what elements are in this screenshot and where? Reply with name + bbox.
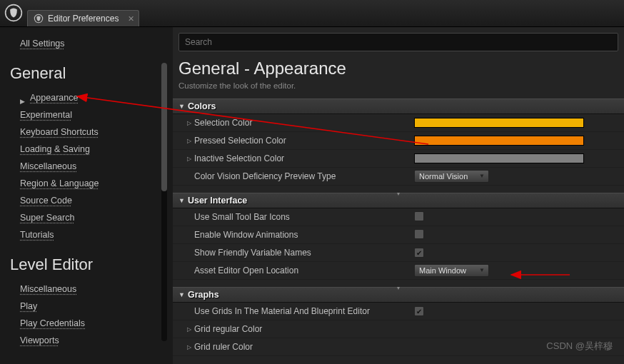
- category-header-content-editors: Content Editors: [10, 361, 173, 364]
- titlebar: Editor Preferences ✕: [0, 0, 624, 27]
- prop-label: Selection Color: [194, 118, 414, 128]
- expand-more-icon[interactable]: ▾: [173, 280, 624, 287]
- unreal-logo-icon: [34, 14, 44, 24]
- cvd-dropdown[interactable]: Normal Vision: [414, 170, 489, 183]
- chevron-down-icon: ▼: [178, 291, 185, 298]
- open-location-dropdown[interactable]: Main Window: [414, 264, 489, 277]
- chevron-right-icon[interactable]: ▷: [187, 326, 194, 333]
- color-swatch[interactable]: [414, 153, 584, 163]
- prop-label: Asset Editor Open Location: [194, 266, 414, 275]
- checkbox[interactable]: ✔: [414, 306, 424, 316]
- sidebar-item-loading-saving[interactable]: Loading & Saving: [20, 144, 173, 154]
- tab-editor-preferences[interactable]: Editor Preferences ✕: [27, 10, 139, 26]
- sidebar-item-miscellaneous[interactable]: Miscellaneous: [20, 161, 173, 171]
- sidebar-all-settings[interactable]: All Settings: [20, 39, 173, 49]
- sidebar-item-source-code[interactable]: Source Code: [20, 196, 173, 206]
- page-title: General - Appearance: [173, 59, 624, 81]
- section-header-colors[interactable]: ▼ Colors: [173, 98, 624, 114]
- chevron-down-icon: ▼: [178, 197, 185, 204]
- chevron-down-icon: ▼: [178, 103, 185, 110]
- color-swatch[interactable]: [414, 136, 584, 146]
- page-subtitle: Customize the look of the editor.: [173, 81, 624, 98]
- sidebar-item-super-search[interactable]: Super Search: [20, 213, 173, 223]
- search-input[interactable]: [178, 33, 618, 51]
- chevron-right-icon[interactable]: ▷: [187, 138, 194, 144]
- sidebar-item-appearance[interactable]: Appearance: [30, 93, 78, 103]
- prop-label: Grid ruler Color: [194, 342, 414, 352]
- checkbox[interactable]: [414, 211, 424, 221]
- chevron-right-icon[interactable]: ▶: [20, 98, 27, 105]
- expand-more-icon[interactable]: ▾: [173, 186, 624, 193]
- sidebar-item-play-credentials[interactable]: Play Credentials: [20, 318, 173, 328]
- category-header-general: General: [10, 64, 173, 83]
- checkbox[interactable]: [414, 229, 424, 239]
- close-icon[interactable]: ✕: [128, 14, 134, 24]
- prop-label: Enable Window Animations: [194, 230, 414, 240]
- prop-label: Color Vision Deficiency Preview Type: [194, 171, 414, 181]
- sidebar-item-experimental[interactable]: Experimental: [20, 110, 173, 120]
- sidebar: All Settings General ▶Appearance Experim…: [0, 27, 173, 364]
- prop-label: Pressed Selection Color: [194, 136, 414, 146]
- checkbox[interactable]: ✔: [414, 248, 424, 258]
- tab-label: Editor Preferences: [48, 14, 119, 24]
- prop-label: Use Small Tool Bar Icons: [194, 212, 414, 222]
- sidebar-scrollbar[interactable]: [161, 63, 167, 341]
- sidebar-item-tutorials[interactable]: Tutorials: [20, 230, 173, 240]
- unreal-logo-icon: [4, 4, 23, 22]
- sidebar-item-viewports[interactable]: Viewports: [20, 335, 173, 345]
- prop-label: Inactive Selection Color: [194, 153, 414, 163]
- chevron-right-icon[interactable]: ▷: [187, 156, 194, 162]
- prop-label: Grid regular Color: [194, 324, 414, 334]
- chevron-right-icon[interactable]: ▷: [187, 120, 194, 126]
- color-swatch[interactable]: [414, 118, 584, 128]
- sidebar-item-region-language[interactable]: Region & Language: [20, 178, 173, 188]
- sidebar-item-keyboard-shortcuts[interactable]: Keyboard Shortcuts: [20, 127, 173, 137]
- sidebar-item-play[interactable]: Play: [20, 301, 173, 311]
- chevron-right-icon[interactable]: ▷: [187, 344, 194, 350]
- content-panel: General - Appearance Customize the look …: [173, 27, 624, 364]
- sidebar-item-le-misc[interactable]: Miscellaneous: [20, 284, 173, 294]
- prop-label: Show Friendly Variable Names: [194, 248, 414, 258]
- prop-label: Use Grids In The Material And Blueprint …: [194, 306, 414, 316]
- category-header-level-editor: Level Editor: [10, 256, 173, 274]
